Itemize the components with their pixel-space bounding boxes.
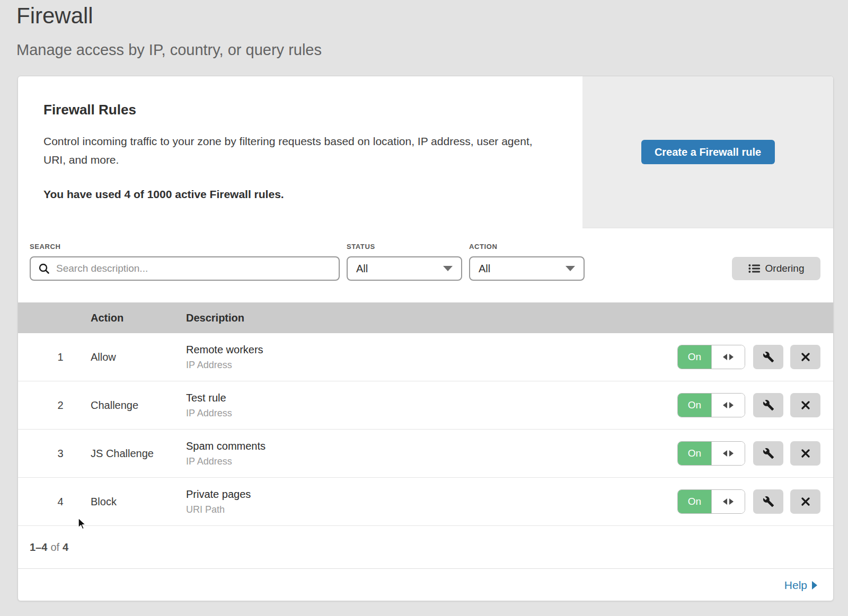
rule-match-type: IP Address — [186, 456, 266, 467]
wrench-icon — [763, 448, 774, 459]
search-icon — [38, 263, 50, 274]
pagination-total: 4 — [63, 541, 68, 553]
rule-match-type: IP Address — [186, 360, 263, 371]
create-firewall-rule-button[interactable]: Create a Firewall rule — [641, 140, 775, 164]
rule-match-type: URI Path — [186, 504, 251, 515]
edit-rule-button[interactable] — [753, 441, 783, 466]
intro-text-block: Firewall Rules Control incoming traffic … — [18, 76, 582, 228]
rule-description: Spam comments — [186, 440, 266, 452]
search-input[interactable] — [55, 262, 331, 275]
action-label: ACTION — [469, 243, 497, 251]
intro-section: Firewall Rules Control incoming traffic … — [18, 76, 833, 228]
rule-action: Block — [91, 496, 117, 508]
rule-priority: 4 — [47, 496, 74, 508]
pagination-of: of — [50, 541, 59, 553]
wrench-icon — [763, 496, 774, 507]
rules-usage-note: You have used 4 of 1000 active Firewall … — [43, 188, 557, 201]
edit-rule-button[interactable] — [753, 489, 783, 514]
column-header-description: Description — [186, 312, 244, 324]
pagination-range: 1–4 — [30, 541, 47, 553]
toggle-drag-handle-icon — [711, 345, 745, 369]
column-header-action: Action — [91, 312, 123, 324]
table-row: 4 Block Private pages URI Path On — [18, 478, 833, 526]
rule-enable-toggle[interactable]: On — [677, 393, 745, 417]
chevron-down-icon — [566, 266, 575, 271]
rule-description-cell: Private pages URI Path — [186, 488, 251, 515]
filters-section: SEARCH STATUS All ACTION All Ordering — [18, 228, 833, 302]
table-header: Action Description — [18, 302, 833, 333]
rule-priority: 2 — [47, 399, 74, 412]
toggle-on-label: On — [678, 345, 711, 369]
rule-enable-toggle[interactable]: On — [677, 441, 745, 466]
toggle-on-label: On — [678, 394, 711, 417]
page-title: Firewall — [16, 3, 93, 29]
toggle-on-label: On — [678, 490, 711, 513]
rule-action: Challenge — [91, 399, 138, 412]
rule-description-cell: Test rule IP Address — [186, 392, 232, 419]
status-select[interactable]: All — [347, 256, 462, 281]
rule-priority: 1 — [47, 351, 74, 363]
ordering-list-icon — [748, 264, 760, 273]
ordering-button[interactable]: Ordering — [732, 257, 820, 280]
wrench-icon — [763, 351, 774, 363]
card-description: Control incoming traffic to your zone by… — [43, 132, 547, 169]
delete-rule-button[interactable] — [790, 489, 820, 514]
card-footer: Help — [18, 568, 833, 601]
wrench-icon — [763, 399, 774, 411]
card-heading: Firewall Rules — [43, 102, 557, 118]
rule-enable-toggle[interactable]: On — [677, 345, 745, 369]
create-rule-panel: Create a Firewall rule — [582, 76, 833, 228]
delete-rule-button[interactable] — [790, 393, 820, 417]
chevron-down-icon — [443, 266, 453, 271]
ordering-button-label: Ordering — [765, 263, 805, 274]
toggle-on-label: On — [678, 442, 711, 465]
rule-description: Private pages — [186, 488, 251, 501]
table-row: 2 Challenge Test rule IP Address On — [18, 381, 833, 430]
firewall-rules-card: Firewall Rules Control incoming traffic … — [17, 76, 834, 601]
help-link[interactable]: Help — [784, 579, 817, 592]
help-link-label: Help — [784, 579, 807, 592]
edit-rule-button[interactable] — [753, 345, 783, 369]
rule-description: Test rule — [186, 392, 232, 404]
rule-description: Remote workers — [186, 344, 263, 356]
close-icon — [800, 496, 811, 507]
status-label: STATUS — [347, 243, 375, 251]
rule-description-cell: Spam comments IP Address — [186, 440, 266, 467]
table-row: 3 JS Challenge Spam comments IP Address … — [18, 430, 833, 478]
edit-rule-button[interactable] — [753, 393, 783, 417]
table-row: 1 Allow Remote workers IP Address On — [18, 333, 833, 381]
rule-match-type: IP Address — [186, 408, 232, 419]
close-icon — [800, 352, 811, 362]
status-select-value: All — [356, 263, 368, 275]
rule-enable-toggle[interactable]: On — [677, 489, 745, 514]
rule-action: Allow — [91, 351, 116, 363]
page-subtitle: Manage access by IP, country, or query r… — [16, 41, 322, 59]
action-select[interactable]: All — [469, 256, 585, 281]
rule-priority: 3 — [47, 448, 74, 460]
search-label: SEARCH — [30, 243, 61, 251]
toggle-drag-handle-icon — [711, 490, 745, 513]
action-select-value: All — [479, 263, 490, 275]
rule-description-cell: Remote workers IP Address — [186, 344, 263, 371]
search-box[interactable] — [30, 256, 340, 281]
pagination: 1–4 of 4 — [18, 526, 833, 568]
delete-rule-button[interactable] — [790, 345, 820, 369]
triangle-right-icon — [812, 581, 817, 590]
close-icon — [800, 400, 811, 410]
toggle-drag-handle-icon — [711, 442, 745, 465]
close-icon — [800, 448, 811, 459]
delete-rule-button[interactable] — [790, 441, 820, 466]
rule-action: JS Challenge — [91, 448, 154, 460]
toggle-drag-handle-icon — [711, 394, 745, 417]
